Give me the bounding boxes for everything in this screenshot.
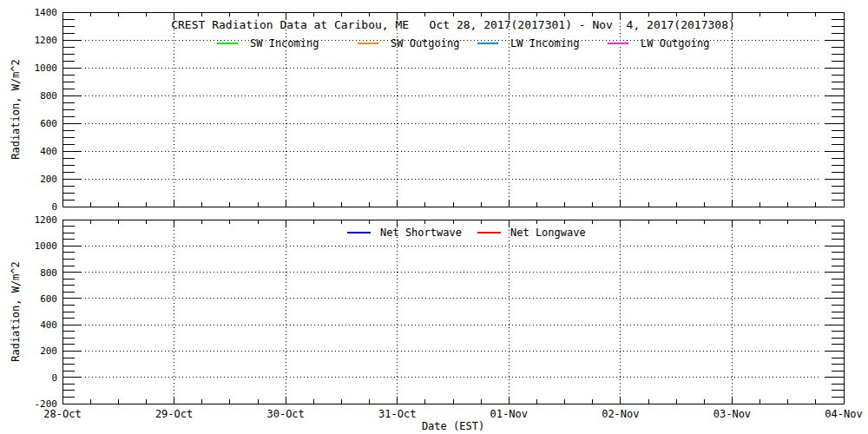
subplot-2: 28-Oct29-Oct30-Oct31-Oct01-Nov02-Nov03-N… [10,214,863,432]
y-tick-label: 200 [40,345,57,357]
y-tick-label: 1200 [35,214,58,226]
legend-label: SW Incoming [250,37,319,49]
subplot-1: 0200400600800100012001400CREST Radiation… [10,7,844,213]
y-tick-label: 800 [40,90,57,102]
x-tick-label: 04-Nov [825,408,862,420]
legend-label: Net Shortwave [380,227,462,239]
y-tick-label: 1200 [35,35,58,46]
y-axis-label: Radiation, W/m^2 [10,261,22,362]
x-tick-label: 30-Oct [266,408,304,420]
y-tick-label: 200 [40,174,57,185]
y-tick-label: 600 [40,293,57,305]
y-tick-label: 1000 [35,240,58,252]
x-tick-label: 02-Nov [602,408,639,420]
x-axis-label: Date (EST) [422,420,484,432]
y-tick-label: 400 [40,319,57,331]
legend-label: SW Outgoing [391,37,459,49]
legend-label: LW Incoming [510,37,579,49]
x-tick-label: 01-Nov [490,408,528,420]
x-tick-label: 03-Nov [713,408,751,420]
y-tick-label: 1000 [35,62,58,74]
legend-label: LW Outgoing [641,37,709,49]
y-axis-label: Radiation, W/m^2 [10,59,22,160]
chart-canvas: 0200400600800100012001400CREST Radiation… [0,0,868,434]
radiation-chart-figure: 0200400600800100012001400CREST Radiation… [0,0,868,434]
chart-title: CREST Radiation Data at Caribou, ME Oct … [171,18,735,31]
y-tick-label: 800 [40,267,57,279]
x-tick-label: 28-Oct [43,408,81,420]
x-tick-label: 31-Oct [378,408,416,420]
plot-border [62,220,844,404]
y-tick-label: 0 [51,372,57,384]
y-tick-label: 400 [40,146,57,157]
y-tick-label: 0 [51,201,57,213]
y-tick-label: 1400 [35,7,58,18]
legend-label: Net Longwave [510,227,586,239]
legend-row-2: Net ShortwaveNet Longwave [347,227,586,239]
legend-row-1: SW IncomingSW OutgoingLW IncomingLW Outg… [217,37,709,49]
y-tick-label: -200 [35,398,58,410]
x-tick-label: 29-Oct [155,408,193,420]
y-tick-label: 600 [40,118,57,129]
